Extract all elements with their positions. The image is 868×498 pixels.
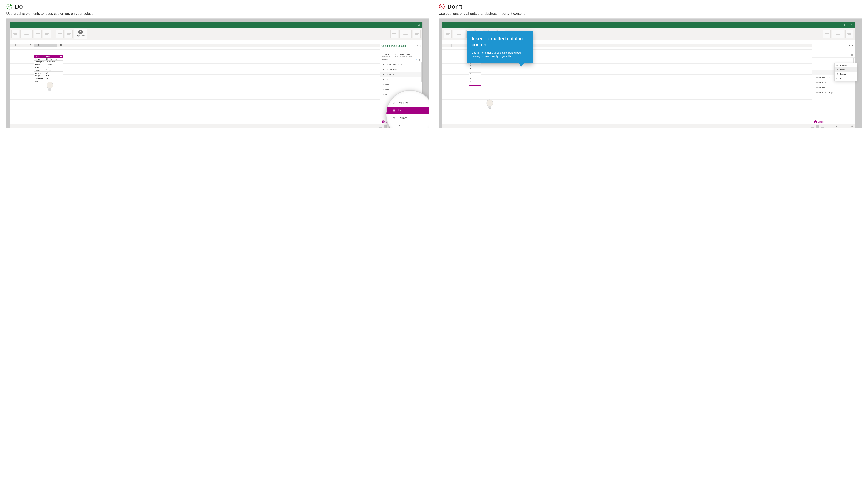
menu-insert[interactable]: ≔Insert (835, 67, 857, 72)
menu-pin[interactable]: ⇤Pin (835, 76, 857, 80)
pin-icon: ⇤ (837, 77, 839, 79)
view-normal-icon[interactable] (811, 125, 814, 128)
pane-title: Contoso Parts Catalog (381, 44, 406, 47)
close-button[interactable]: ✕ (849, 23, 854, 27)
dont-panel: Don't Use captions or call-outs that obs… (439, 3, 862, 128)
check-icon (6, 3, 13, 10)
callout-title: Insert formatted catalog content (472, 36, 528, 48)
cross-icon (439, 3, 445, 10)
pane-breadcrumb: LED - R30 - 2700K - Warm White (382, 53, 420, 55)
dropdown-icon[interactable]: ▾ (42, 55, 44, 57)
grid-view-icon[interactable]: ▦ (851, 54, 853, 56)
list-item[interactable]: Contoso 60 - 65 (813, 80, 855, 85)
svg-point-4 (393, 117, 393, 118)
list-item[interactable]: Contoso 60 - 65w Equal (380, 62, 423, 67)
svg-point-3 (394, 103, 394, 103)
list-item[interactable]: Contoso 60 - 65w Equal (813, 90, 855, 95)
scrollbar[interactable] (421, 63, 422, 81)
view-layout-icon[interactable] (384, 125, 387, 128)
task-pane: ▾ ✕ nite ≡▦ ··· Contos (813, 44, 855, 124)
pane-close-icon[interactable]: ✕ (419, 45, 421, 47)
menu-preview[interactable]: ◎Preview (835, 63, 857, 67)
maximize-button[interactable]: ▢ (410, 23, 415, 27)
hamburger-icon[interactable]: ≡ (380, 48, 423, 53)
svg-point-5 (394, 118, 395, 119)
svg-point-7 (487, 100, 493, 106)
svg-rect-8 (489, 106, 491, 109)
menu-format[interactable]: ⚙Format (835, 72, 857, 76)
formula-bar[interactable]: ⌄ (10, 40, 423, 44)
dont-screenshot: — ▢ ✕ ⌄ (439, 18, 862, 128)
addin-vendor: Contoso (78, 36, 83, 38)
status-bar: − + 100% (10, 124, 423, 128)
column-headers: H I J K L M (10, 44, 380, 47)
context-menu: Preview Insert Format Pin (386, 99, 429, 128)
context-menu: ◎Preview ≔Insert ⚙Format ⇤Pin (834, 63, 857, 81)
view-normal-icon[interactable] (379, 125, 382, 128)
callout-tail (519, 63, 524, 67)
preview-icon: ◎ (837, 64, 839, 66)
list-item[interactable]: Contoso 85w Equal (380, 67, 423, 72)
excel-window: — ▢ ✕ Parts Catalog (10, 22, 423, 128)
menu-pin[interactable]: Pin (386, 122, 429, 128)
preview-icon (392, 101, 396, 104)
grid-view-icon[interactable]: ▦ (418, 58, 420, 61)
list-view-icon[interactable]: ≡ (848, 54, 850, 56)
addin-button[interactable]: Parts Catalog Contoso (74, 29, 87, 39)
format-icon (392, 117, 396, 120)
view-break-icon[interactable] (821, 125, 824, 128)
zoom-in-icon[interactable]: + (846, 125, 847, 127)
list-item[interactable]: Contoso 8 (380, 77, 423, 82)
contoso-badge-icon: C (382, 120, 385, 123)
selected-table[interactable]: Lable▾ Value▾ Name60 - 65w Equal Descrip… (34, 55, 63, 93)
list-item[interactable]: Contoso (380, 82, 423, 87)
chevron-down-icon: ⌄ (419, 41, 421, 42)
contoso-badge-icon: C (814, 120, 817, 123)
do-subtitle: Use graphic elements to focus customers … (6, 12, 429, 16)
bulb-image (485, 99, 494, 111)
worksheet[interactable]: H I J K L M Lable▾ (10, 44, 380, 124)
sort-column[interactable]: Name (382, 59, 387, 61)
format-icon: ⚙ (837, 73, 839, 75)
zoom-slider[interactable] (829, 126, 844, 127)
dont-title: Don't (448, 3, 462, 10)
ribbon: Parts Catalog Contoso (10, 28, 423, 40)
minimize-button[interactable]: — (837, 23, 842, 27)
callout: Insert formatted catalog content Use lis… (467, 31, 533, 63)
svg-rect-2 (49, 88, 51, 91)
list-view-icon[interactable]: ≡ (416, 58, 417, 61)
do-title: Do (15, 3, 23, 10)
maximize-button[interactable]: ▢ (843, 23, 848, 27)
do-panel: Do Use graphic elements to focus custome… (6, 3, 429, 128)
menu-format[interactable]: Format (386, 114, 429, 122)
minimize-button[interactable]: — (404, 23, 409, 27)
view-layout-icon[interactable] (816, 125, 819, 128)
svg-point-0 (7, 4, 12, 9)
do-screenshot: — ▢ ✕ Parts Catalog (6, 18, 429, 128)
zoom-out-icon[interactable]: − (826, 125, 827, 127)
sort-icon: ↓ (387, 59, 388, 61)
pane-results-count: 16 results in LED - R30 - 60-65 Watt Equ… (382, 55, 420, 57)
zoom-level: 100% (848, 125, 853, 127)
window-titlebar: — ▢ ✕ (10, 22, 423, 28)
pane-dropdown-icon[interactable]: ▾ (849, 44, 850, 47)
list-item[interactable]: Contoso 60 - 6 (380, 72, 423, 77)
bulb-image (45, 80, 55, 93)
pane-close-icon[interactable]: ✕ (852, 44, 853, 47)
dont-subtitle: Use captions or call-outs that obstruct … (439, 12, 862, 16)
list-item[interactable]: Contoso 85w E (813, 85, 855, 90)
close-button[interactable]: ✕ (416, 23, 422, 27)
lightbulb-icon (78, 30, 83, 34)
insert-icon: ≔ (837, 68, 839, 71)
menu-preview[interactable]: Preview (386, 99, 429, 107)
insert-icon (392, 109, 396, 112)
menu-insert[interactable]: Insert (386, 107, 429, 114)
addin-title: Parts Catalog (76, 35, 86, 36)
dropdown-icon[interactable]: ▾ (61, 55, 62, 57)
svg-point-1 (47, 82, 53, 89)
pane-dropdown-icon[interactable]: ▾ (417, 45, 418, 47)
callout-body: Use list item menu to select insert and … (472, 51, 528, 58)
